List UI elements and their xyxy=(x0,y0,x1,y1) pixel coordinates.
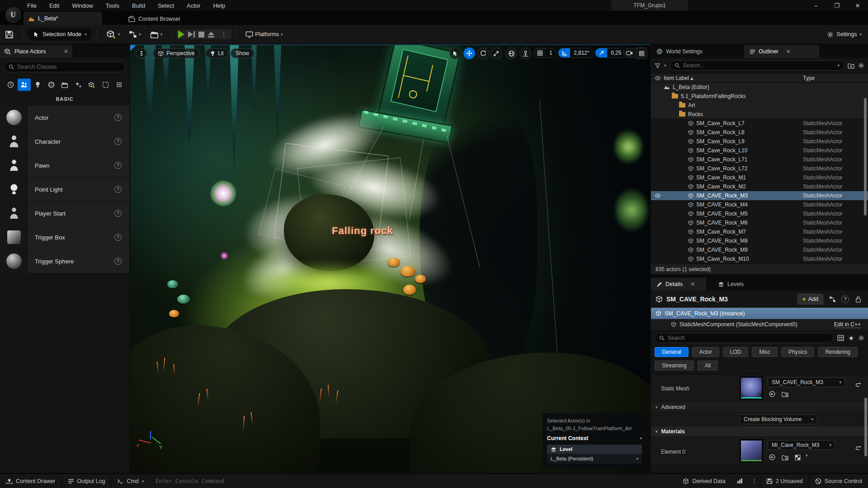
menu-tools[interactable]: Tools xyxy=(100,1,125,10)
outliner-row-actor[interactable]: SM_Cave_Rock_L9StaticMeshActor xyxy=(651,137,868,146)
place-actor-item-trigger-box[interactable]: Trigger Box ? xyxy=(0,225,129,249)
maximize-viewport-button[interactable] xyxy=(636,47,647,59)
column-item-label[interactable]: Item Label ▴ xyxy=(664,75,693,81)
category-all-classes-button[interactable] xyxy=(113,79,126,91)
scale-snap-control[interactable]: 0,25 xyxy=(595,48,625,58)
eject-button[interactable] xyxy=(208,32,214,38)
details-search-input[interactable]: Search xyxy=(655,333,833,343)
surface-snap-button[interactable] xyxy=(519,47,531,59)
create-blocking-volume-dropdown[interactable]: Create Blocking Volume ▾ xyxy=(740,414,817,424)
details-settings-gear-icon[interactable] xyxy=(858,335,864,341)
outliner-row-actor[interactable]: SM_CAVE_Rock_M8StaticMeshActor xyxy=(651,236,868,245)
outliner-row-actor[interactable]: SM_Cave_Rock_M7StaticMeshActor xyxy=(651,227,868,236)
outliner-row-actor[interactable]: SM_CAVE_Rock_M5StaticMeshActor xyxy=(651,209,868,218)
world-space-toggle[interactable] xyxy=(505,47,517,59)
outliner-row-folder[interactable]: 5.1_PlataformFallingRocks xyxy=(651,92,868,101)
filter-chip-lod[interactable]: LOD xyxy=(723,347,749,357)
component-row[interactable]: StaticMeshComponent (StaticMeshComponent… xyxy=(651,319,868,330)
favorites-star-icon[interactable]: ★ xyxy=(848,334,854,342)
place-actor-item-player-start[interactable]: Player Start ? xyxy=(0,202,129,225)
outliner-row-actor[interactable]: SM_Cave_Rock_M10StaticMeshActor xyxy=(651,254,868,263)
play-options-kebab-icon[interactable]: ⋮ xyxy=(221,31,227,38)
rotation-snap-value[interactable]: 2,812° xyxy=(570,48,593,57)
insights-button[interactable] xyxy=(731,474,749,488)
outliner-row-actor[interactable]: SM_Cave_Rock_L10StaticMeshActor xyxy=(651,146,868,155)
material-options-icon[interactable] xyxy=(793,453,802,461)
menu-select[interactable]: Select xyxy=(152,1,179,10)
filter-chip-general[interactable]: General xyxy=(655,347,689,357)
play-button[interactable] xyxy=(178,30,184,38)
filter-chip-physics[interactable]: Physics xyxy=(781,347,814,357)
static-mesh-dropdown[interactable]: SM_CAVE_Rock_M3 ▾ xyxy=(768,377,845,387)
outliner-row-level[interactable]: L_Beta (Editor) xyxy=(651,83,868,92)
chevron-down-icon[interactable]: ▾ xyxy=(664,63,666,68)
tab-levels[interactable]: Levels xyxy=(712,278,749,291)
outliner-row-actor[interactable]: SM_Cave_Rock_L8StaticMeshActor xyxy=(651,128,868,137)
chevron-down-icon[interactable]: ▾ xyxy=(806,453,808,461)
menu-help[interactable]: Help xyxy=(208,1,231,10)
move-tool-button[interactable] xyxy=(463,47,475,59)
outliner-row-actor[interactable]: SM_Cave_Rock_L71StaticMeshActor xyxy=(651,155,868,164)
unsaved-button[interactable]: 2 Unsaved xyxy=(760,474,809,488)
filter-icon[interactable] xyxy=(655,63,660,68)
tab-details[interactable]: Details ✕ xyxy=(651,278,706,291)
source-control-button[interactable]: Source Control xyxy=(809,474,868,488)
outliner-row-folder[interactable]: Rocks xyxy=(651,110,868,119)
scale-snap-value[interactable]: 0,25 xyxy=(607,48,625,57)
cmd-dropdown[interactable]: Cmd ▾ xyxy=(111,474,150,488)
selection-mode-dropdown[interactable]: Selection Mode ▾ xyxy=(28,28,92,41)
outliner-row-folder[interactable]: Art xyxy=(651,101,868,110)
status-kebab-icon[interactable]: ⋮ xyxy=(749,474,760,488)
place-actor-item-character[interactable]: Character ? xyxy=(0,130,129,154)
filter-chip-misc[interactable]: Misc xyxy=(752,347,778,357)
grid-snap-value[interactable]: 1 xyxy=(546,48,556,57)
show-dropdown[interactable]: Show xyxy=(231,48,254,58)
viewport-corner-marker[interactable] xyxy=(130,45,136,51)
static-mesh-thumbnail[interactable] xyxy=(740,376,763,400)
category-basic-button[interactable] xyxy=(18,79,31,91)
place-actor-item-pawn[interactable]: Pawn ? xyxy=(0,154,129,178)
outliner-row-actor[interactable]: SM_Cave_Rock_L7StaticMeshActor xyxy=(651,119,868,128)
category-recent-button[interactable] xyxy=(4,79,17,91)
outliner-row-actor[interactable]: SM_CAVE_Rock_M6StaticMeshActor xyxy=(651,218,868,227)
tab-outliner[interactable]: Outliner ✕ xyxy=(744,45,819,58)
derived-data-button[interactable]: Derived Data xyxy=(677,474,731,488)
current-context-row[interactable]: Current Context ▾ xyxy=(547,435,642,441)
menu-window[interactable]: Window xyxy=(66,1,98,10)
help-icon[interactable]: ? xyxy=(114,186,122,193)
help-icon[interactable]: ? xyxy=(841,296,849,303)
material-thumbnail[interactable] xyxy=(740,439,763,463)
close-icon[interactable]: ✕ xyxy=(64,48,68,55)
outliner-settings-gear-icon[interactable] xyxy=(858,62,864,69)
search-classes-input[interactable]: Search Classes xyxy=(4,61,125,72)
menu-build[interactable]: Build xyxy=(127,1,151,10)
close-button[interactable]: ✕ xyxy=(847,0,868,11)
close-icon[interactable]: ✕ xyxy=(786,48,791,55)
tab-level-l-beta[interactable]: L_Beta* xyxy=(24,12,102,25)
outliner-row-actor[interactable]: SM_CAVE_Rock_M4StaticMeshActor xyxy=(651,200,868,209)
category-visual-effects-button[interactable] xyxy=(72,79,85,91)
instance-row-selected[interactable]: SM_CAVE_Rock_M3 (Instance) xyxy=(651,308,868,319)
menu-file[interactable]: File xyxy=(22,1,42,10)
tab-world-settings[interactable]: World Settings xyxy=(651,45,723,58)
add-component-button[interactable]: + Add xyxy=(797,294,823,305)
close-icon[interactable]: ✕ xyxy=(690,281,695,287)
settings-dropdown[interactable]: Settings ▾ xyxy=(827,31,862,38)
filter-chip-actor[interactable]: Actor xyxy=(692,347,719,357)
column-type[interactable]: Type xyxy=(803,75,815,81)
details-scrollbar[interactable] xyxy=(864,398,867,456)
tab-place-actors[interactable]: Place Actors ✕ xyxy=(0,45,72,58)
outliner-row-actor[interactable]: SM_Cave_Rock_L72StaticMeshActor xyxy=(651,164,868,173)
material-dropdown[interactable]: MI_Cave_Rock_M3 ▾ xyxy=(768,440,835,450)
rotate-tool-button[interactable] xyxy=(477,47,489,59)
category-cinematic-button[interactable] xyxy=(58,79,71,91)
unreal-logo-icon[interactable]: U xyxy=(5,7,21,23)
output-log-button[interactable]: Output Log xyxy=(62,474,111,488)
outliner-row-actor[interactable]: SM_CAVE_Rock_M9StaticMeshActor xyxy=(651,245,868,254)
viewport-menu-button[interactable] xyxy=(136,48,147,58)
level-viewport[interactable]: Falling rock Perspective Lit Show xyxy=(130,44,650,473)
scale-tool-button[interactable] xyxy=(491,47,502,59)
console-command-input[interactable]: Enter Console Command xyxy=(150,474,230,488)
use-selected-asset-icon[interactable] xyxy=(768,453,777,461)
help-icon[interactable]: ? xyxy=(114,114,122,121)
